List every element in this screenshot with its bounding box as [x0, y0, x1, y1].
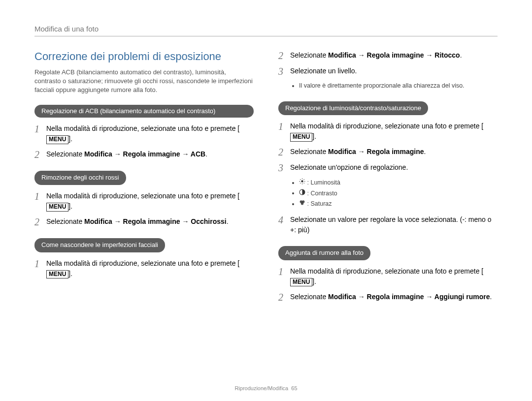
step-text: Nella modalità di riproduzione, selezion…	[46, 192, 239, 200]
step-number: 2	[278, 147, 290, 157]
step-number: 1	[34, 258, 46, 269]
step-number: 3	[278, 162, 290, 173]
step-text: .	[490, 293, 492, 301]
bcs-options: : Luminosità : Contrasto : Saturaz	[278, 178, 498, 209]
breadcrumb: Modifica di una foto	[34, 25, 498, 36]
right-column: 2 Selezionate Modifica → Regola immagine…	[278, 50, 498, 313]
step-text: .	[460, 51, 462, 59]
step-text: Nella modalità di riproduzione, selezion…	[46, 124, 239, 132]
option-label: : Contrasto	[307, 189, 337, 196]
menu-path: Modifica → Regola immagine → Aggiungi ru…	[328, 293, 490, 301]
step-text: Selezionate un'opzione di regolazione.	[290, 162, 498, 173]
face-note-list: Il valore è direttamente proporzionale a…	[278, 82, 498, 91]
step-number: 1	[34, 191, 46, 202]
option-saturation: : Saturaz	[299, 199, 498, 209]
svg-line-6	[304, 183, 304, 184]
footer-section: Riproduzione/Modifica	[234, 385, 288, 391]
note-item: Il valore è direttamente proporzionale a…	[299, 82, 498, 91]
bcs-step-4: 4 Selezionate un valore per regolare la …	[278, 215, 498, 235]
step-text: .	[424, 148, 426, 155]
bcs-step-3: 3 Selezionate un'opzione di regolazione.	[278, 162, 498, 173]
step-number: 1	[278, 266, 290, 277]
step-text: Selezionate	[290, 148, 328, 155]
step-number: 2	[34, 149, 46, 160]
section-face: Come nascondere le imperfezioni facciali…	[34, 238, 254, 279]
step-text: Selezionate un valore per regolare la vo…	[290, 215, 498, 235]
menu-path: Modifica → Regola immagine → Occhirossi	[84, 217, 227, 225]
step-text: ].	[68, 270, 72, 278]
noise-step-2: 2 Selezionate Modifica → Regola immagine…	[278, 292, 498, 303]
page-number: 65	[291, 385, 297, 391]
content-columns: Correzione dei problemi di esposizione R…	[34, 50, 498, 313]
step-text: .	[227, 217, 229, 225]
page-title: Correzione dei problemi di esposizione	[34, 50, 254, 63]
saturation-icon	[299, 199, 305, 209]
step-text: ].	[312, 132, 316, 140]
step-text: Nella modalità di riproduzione, selezion…	[290, 267, 483, 275]
pill-acb: Regolazione di ACB (bilanciamento automa…	[34, 105, 254, 118]
step-text: Nella modalità di riproduzione, selezion…	[46, 259, 239, 267]
pill-noise: Aggiunta di rumore alla foto	[278, 246, 370, 260]
section-face-cont: 2 Selezionate Modifica → Regola immagine…	[278, 50, 498, 91]
menu-path: Modifica → Regola immagine → ACB	[84, 150, 205, 158]
step-text: .	[205, 150, 207, 158]
face-step-1: 1 Nella modalità di riproduzione, selezi…	[34, 258, 254, 279]
svg-line-7	[300, 183, 300, 184]
svg-point-12	[301, 202, 303, 205]
intro-text: Regolate ACB (bilanciamento automatico d…	[34, 68, 254, 95]
step-number: 1	[34, 123, 46, 134]
pill-face: Come nascondere le imperfezioni facciali	[34, 238, 165, 252]
option-brightness: : Luminosità	[299, 178, 498, 187]
face-step-3: 3 Selezionate un livello.	[278, 66, 498, 77]
menu-button-label: MENU	[46, 203, 68, 211]
step-text: Selezionate	[290, 51, 328, 59]
step-text: Selezionate	[46, 217, 84, 225]
svg-line-5	[300, 180, 300, 180]
acb-step-1: 1 Nella modalità di riproduzione, selezi…	[34, 123, 254, 144]
step-number: 2	[34, 216, 46, 227]
step-number: 2	[278, 292, 290, 303]
svg-line-8	[304, 180, 304, 180]
step-text: ].	[68, 202, 72, 210]
step-text: Selezionate	[46, 150, 84, 158]
bcs-step-1: 1 Nella modalità di riproduzione, selezi…	[278, 121, 498, 142]
acb-step-2: 2 Selezionate Modifica → Regola immagine…	[34, 149, 254, 160]
section-bcs: Regolazione di luminosità/contrasto/satu…	[278, 101, 498, 235]
menu-path: Modifica → Regola immagine	[328, 148, 424, 155]
bcs-step-2: 2 Selezionate Modifica → Regola immagine…	[278, 147, 498, 157]
step-text: ].	[68, 135, 72, 143]
step-text: Selezionate	[290, 293, 328, 301]
brightness-icon	[299, 178, 305, 187]
step-text: ].	[312, 278, 316, 285]
noise-step-1: 1 Nella modalità di riproduzione, selezi…	[278, 266, 498, 287]
menu-button-label: MENU	[46, 270, 68, 278]
menu-button-label: MENU	[46, 135, 68, 144]
page: Modifica di una foto Correzione dei prob…	[0, 0, 532, 401]
face-step-2: 2 Selezionate Modifica → Regola immagine…	[278, 50, 498, 61]
contrast-icon	[299, 189, 305, 198]
step-number: 3	[278, 66, 290, 77]
option-label: : Luminosità	[307, 179, 340, 186]
menu-button-label: MENU	[290, 278, 312, 286]
footer: Riproduzione/Modifica 65	[0, 385, 532, 391]
redeye-step-1: 1 Nella modalità di riproduzione, selezi…	[34, 191, 254, 212]
section-redeye: Rimozione degli occhi rossi 1 Nella moda…	[34, 171, 254, 227]
step-number: 1	[278, 121, 290, 132]
left-column: Correzione dei problemi di esposizione R…	[34, 50, 254, 313]
pill-bcs: Regolazione di luminosità/contrasto/satu…	[278, 101, 428, 116]
section-noise: Aggiunta di rumore alla foto 1 Nella mod…	[278, 246, 498, 303]
pill-redeye: Rimozione degli occhi rossi	[34, 171, 126, 185]
step-text: Nella modalità di riproduzione, selezion…	[290, 122, 483, 130]
menu-path: Modifica → Regola immagine → Ritocco	[328, 51, 460, 59]
option-label: : Saturaz	[307, 200, 332, 207]
redeye-step-2: 2 Selezionate Modifica → Regola immagine…	[34, 216, 254, 227]
svg-point-0	[301, 181, 303, 183]
option-contrast: : Contrasto	[299, 189, 498, 198]
section-acb: Regolazione di ACB (bilanciamento automa…	[34, 105, 254, 160]
step-number: 4	[278, 215, 290, 225]
menu-button-label: MENU	[290, 133, 312, 141]
step-text: Selezionate un livello.	[290, 66, 498, 76]
step-number: 2	[278, 50, 290, 61]
